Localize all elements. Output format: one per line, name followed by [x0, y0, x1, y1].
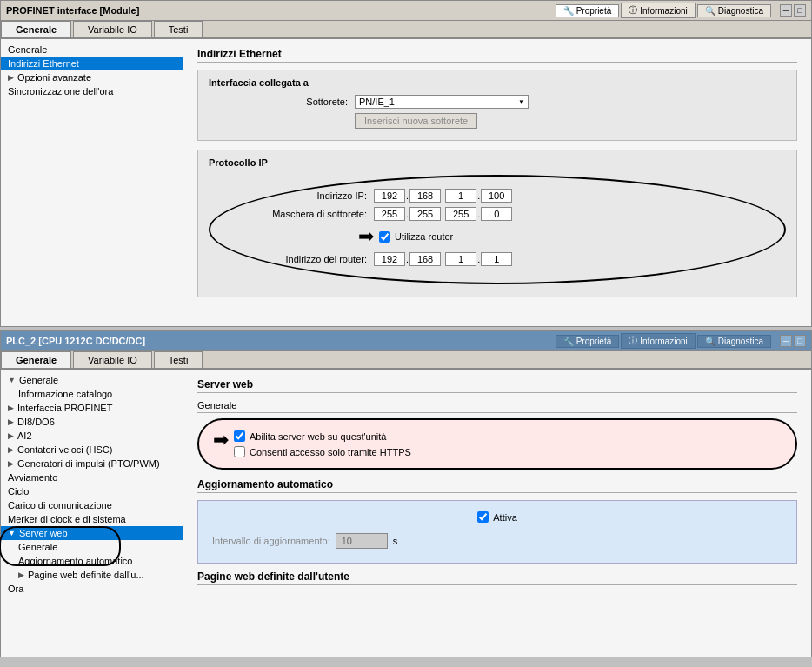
bottom-sidebar-sw-aggiornamento[interactable]: Aggiornamento automatico: [1, 554, 183, 568]
sidebar-item-opzioni[interactable]: ▶ Opzioni avanzate: [1, 70, 183, 84]
bottom-sidebar-generale[interactable]: ▼ Generale: [1, 373, 183, 387]
bottom-sidebar-carico[interactable]: Carico di comunicazione: [1, 498, 183, 512]
interval-input[interactable]: [336, 533, 388, 549]
bottom-maximize-button[interactable]: □: [794, 335, 806, 347]
top-sidebar: Generale Indirizzi Ethernet ▶ Opzioni av…: [1, 39, 183, 326]
consenti-checkbox[interactable]: [234, 446, 245, 457]
bottom-proprieta-tab[interactable]: 🔧 Proprietà: [556, 335, 620, 348]
bottom-sidebar-info-catalogo[interactable]: Informazione catalogo: [1, 387, 183, 401]
sidebar-item-indirizzi[interactable]: Indirizzi Ethernet: [1, 57, 183, 70]
di8do6-arrow-icon: ▶: [8, 417, 14, 426]
bottom-content: Server web Generale ➡ Abilita server web…: [183, 370, 811, 657]
router-seg-4[interactable]: [481, 252, 512, 266]
inserisci-sottorete-button[interactable]: Inserisci nuova sottorete: [355, 113, 477, 129]
bottom-panel-titlebar: PLC_2 [CPU 1212C DC/DC/DC] 🔧 Proprietà ⓘ…: [1, 331, 811, 351]
sw-pagine-arrow-icon: ▶: [18, 570, 24, 579]
interfaccia-section: Interfaccia collegata a Sottorete: PN/IE…: [197, 70, 797, 141]
sidebar-item-sincronizzazione[interactable]: Sincronizzazione dell'ora: [1, 84, 183, 98]
router-addr-label: Indirizzo del router:: [228, 254, 367, 264]
bottom-sidebar-ciclo[interactable]: Ciclo: [1, 484, 183, 498]
protocollo-ip-title: Protocollo IP: [209, 157, 786, 168]
ip-seg-2[interactable]: [409, 189, 441, 203]
router-arrow-icon: ➡: [358, 225, 374, 248]
protocollo-ip-section: Protocollo IP Indirizzo IP: . . .: [197, 150, 797, 297]
server-web-arrow-icon: ➡: [213, 430, 229, 450]
top-section-title: Indirizzi Ethernet: [197, 48, 797, 63]
bottom-tab-variabile-io[interactable]: Variabile IO: [73, 351, 152, 368]
attiva-checkbox[interactable]: [477, 511, 489, 523]
bottom-info-icon: ⓘ: [629, 335, 637, 347]
bottom-sidebar-avviamento[interactable]: Avviamento: [1, 470, 183, 484]
router-seg-2[interactable]: [409, 252, 441, 266]
bottom-sidebar-di8do6[interactable]: ▶ DI8/DO6: [1, 415, 183, 429]
arrow-icon: ▶: [8, 73, 14, 82]
top-main-tabs: Generale Variabile IO Testi: [1, 21, 811, 39]
server-web-checkboxes: Abilita server web su quest'unità Consen…: [234, 430, 411, 457]
attiva-checkbox-group: Attiva: [212, 511, 782, 523]
ip-address-row: Indirizzo IP: . . .: [228, 189, 767, 203]
bottom-minimize-button[interactable]: ─: [780, 335, 792, 347]
bottom-informazioni-tab[interactable]: ⓘ Informazioni: [621, 333, 695, 349]
router-seg-3[interactable]: [445, 252, 476, 266]
minimize-button[interactable]: ─: [780, 4, 792, 17]
contatori-arrow-icon: ▶: [8, 445, 14, 454]
server-web-arrow-icon: ▼: [8, 529, 16, 537]
bottom-sidebar-sw-generale[interactable]: Generale: [1, 540, 183, 554]
expand-arrow-icon: ▼: [8, 376, 16, 384]
window-controls: ─ □: [780, 4, 806, 17]
bottom-sidebar-merker[interactable]: Merker di clock e di sistema: [1, 512, 183, 526]
top-tab-generale[interactable]: Generale: [1, 21, 71, 37]
ip-seg-4[interactable]: [481, 189, 512, 203]
generatori-arrow-icon: ▶: [8, 459, 14, 468]
sottorete-select-wrapper[interactable]: PN/IE_1: [355, 95, 529, 109]
bottom-sidebar-generatori[interactable]: ▶ Generatori di impulsi (PTO/PWM): [1, 457, 183, 470]
sidebar-item-generale[interactable]: Generale: [1, 43, 183, 57]
abilita-label: Abilita server web su quest'unità: [250, 431, 386, 442]
mask-seg-4[interactable]: [481, 207, 512, 221]
bottom-tab-generale[interactable]: Generale: [1, 351, 71, 368]
bottom-diagnostica-tab[interactable]: 🔍 Diagnostica: [697, 335, 771, 348]
top-tab-variabile-io[interactable]: Variabile IO: [73, 21, 152, 37]
ip-seg-1[interactable]: [374, 189, 405, 203]
bottom-sidebar-ai2[interactable]: ▶ AI2: [1, 429, 183, 443]
top-panel: PROFINET interface [Module] 🔧 Proprietà …: [0, 0, 812, 327]
diagnostica-icon: 🔍: [705, 6, 715, 16]
abilita-checkbox[interactable]: [234, 430, 245, 442]
abilita-row: ➡ Abilita server web su quest'unità Cons…: [213, 430, 782, 457]
mask-seg-3[interactable]: [445, 207, 476, 221]
bottom-sidebar-sw-pagine[interactable]: ▶ Pagine web definite dall'u...: [1, 568, 183, 582]
sottorete-label: Sottorete:: [209, 97, 348, 107]
bottom-sidebar-ora[interactable]: Ora: [1, 582, 183, 596]
bottom-sidebar: ▼ Generale Informazione catalogo ▶ Inter…: [1, 370, 183, 657]
mask-seg-1[interactable]: [374, 207, 405, 221]
bottom-sidebar-server-web[interactable]: ▼ Server web: [1, 526, 183, 540]
top-panel-title: PROFINET interface [Module]: [6, 5, 139, 16]
inserisci-row: Inserisci nuova sottorete: [209, 113, 786, 129]
profinet-arrow-icon: ▶: [8, 404, 14, 412]
ip-seg-3[interactable]: [445, 189, 476, 203]
maximize-button[interactable]: □: [794, 4, 806, 17]
top-tab-testi[interactable]: Testi: [154, 21, 203, 37]
interval-label: Intervallo di aggiornamento:: [212, 536, 330, 546]
bottom-tab-testi[interactable]: Testi: [154, 351, 203, 368]
sottorete-select[interactable]: PN/IE_1: [355, 95, 529, 109]
router-checkbox[interactable]: [379, 231, 390, 243]
mask-label: Maschera di sottorete:: [228, 209, 367, 219]
top-proprieta-tab[interactable]: 🔧 Proprietà: [556, 4, 620, 17]
pagine-section-title: Pagine web definite dall'utente: [197, 570, 797, 585]
bottom-sidebar-contatori[interactable]: ▶ Contatori veloci (HSC): [1, 443, 183, 457]
router-seg-1[interactable]: [374, 252, 405, 266]
info-icon: ⓘ: [629, 4, 637, 17]
top-diagnostica-tab[interactable]: 🔍 Diagnostica: [697, 4, 771, 17]
ip-label: Indirizzo IP:: [228, 190, 367, 201]
mask-input: . . .: [374, 207, 512, 221]
top-informazioni-tab[interactable]: ⓘ Informazioni: [621, 3, 695, 18]
router-addr-input: . . .: [374, 252, 512, 266]
router-addr-row: Indirizzo del router: . . .: [228, 252, 767, 266]
bottom-main-tabs: Generale Variabile IO Testi: [1, 351, 811, 370]
mask-seg-2[interactable]: [409, 207, 441, 221]
bottom-sidebar-profinet[interactable]: ▶ Interfaccia PROFINET: [1, 401, 183, 415]
interfaccia-title: Interfaccia collegata a: [209, 77, 786, 88]
top-content: Indirizzi Ethernet Interfaccia collegata…: [183, 39, 811, 326]
bottom-section-title: Server web: [197, 378, 797, 393]
